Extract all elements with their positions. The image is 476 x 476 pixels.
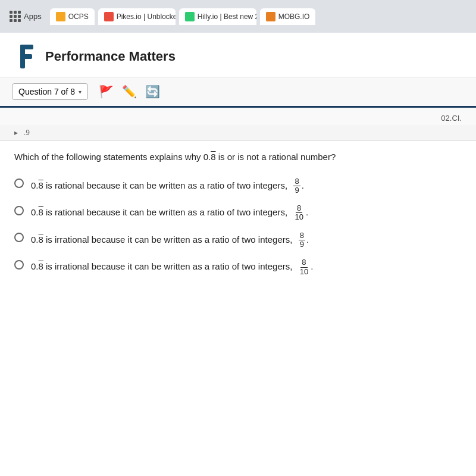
tab-mobg[interactable]: MOBG.IO — [260, 8, 316, 25]
fraction-d: 8 10 — [299, 258, 309, 276]
mobg-favicon — [266, 12, 275, 21]
pm-logo: Performance Matters — [18, 43, 176, 70]
apps-button[interactable]: Apps — [5, 8, 46, 24]
question-area: 02.CI. ▸ .9 Which of the following state… — [0, 108, 476, 476]
question-text: Which of the following statements explai… — [14, 151, 462, 164]
app-header: Performance Matters — [0, 33, 476, 77]
question-toolbar: Question 7 of 8 ▾ 🚩 ✏️ 🔄 — [0, 77, 476, 108]
option-c: 0.8 is irrational because it can be writ… — [14, 231, 462, 249]
tab-ocps-label: OCPS — [68, 12, 89, 21]
tab-pikes[interactable]: Pikes.io | Unblocke... — [98, 8, 176, 25]
option-c-text: 0.8 is irrational because it can be writ… — [31, 231, 309, 249]
browser-bar: Apps OCPS Pikes.io | Unblocke... Hilly.i… — [0, 0, 476, 33]
tab-hilly[interactable]: Hilly.io | Best new 2... — [179, 8, 256, 25]
option-a-text: 0.8 is rational because it can be writte… — [31, 177, 304, 195]
question-body: Which of the following statements explai… — [0, 141, 476, 288]
question-meta: 02.CI. — [0, 108, 476, 125]
tab-mobg-label: MOBG.IO — [278, 12, 310, 21]
radio-c[interactable] — [14, 233, 24, 242]
toolbar-icons: 🚩 ✏️ 🔄 — [99, 84, 160, 99]
tab-pikes-label: Pikes.io | Unblocke... — [117, 12, 176, 21]
radio-b[interactable] — [14, 206, 24, 215]
pikes-favicon — [104, 12, 114, 21]
refresh-icon[interactable]: 🔄 — [145, 84, 160, 99]
apps-label: Apps — [24, 12, 42, 21]
options-list: 0.8 is rational because it can be writte… — [14, 177, 462, 276]
option-a: 0.8 is rational because it can be writte… — [14, 177, 462, 195]
hilly-favicon — [185, 12, 195, 21]
radio-d[interactable] — [14, 260, 24, 270]
fraction-c: 8 9 — [299, 231, 305, 249]
question-selector[interactable]: Question 7 of 8 ▾ — [12, 83, 88, 100]
fraction-a: 8 9 — [293, 177, 300, 195]
svg-rect-2 — [20, 54, 32, 59]
question-selector-label: Question 7 of 8 — [18, 87, 75, 96]
pm-logo-icon — [18, 43, 39, 70]
tab-ocps[interactable]: OCPS — [50, 8, 95, 25]
tab-hilly-label: Hilly.io | Best new 2... — [198, 12, 256, 21]
scroll-indicator: ▸ .9 — [14, 129, 30, 137]
fraction-b: 8 10 — [293, 204, 304, 222]
option-d-text: 0.8 is irrational because it can be writ… — [31, 258, 313, 276]
apps-grid-icon — [10, 11, 21, 22]
svg-rect-1 — [20, 45, 33, 49]
app-title: Performance Matters — [45, 49, 176, 64]
pencil-icon[interactable]: ✏️ — [122, 84, 137, 99]
flag-icon[interactable]: 🚩 — [99, 84, 114, 99]
page: Performance Matters Question 7 of 8 ▾ 🚩 … — [0, 33, 476, 476]
question-counter-area: ▸ .9 — [0, 125, 476, 141]
overline-8: 8 — [211, 152, 215, 162]
option-b: 0.8 is rational because it can be writte… — [14, 204, 462, 222]
option-d: 0.8 is irrational because it can be writ… — [14, 258, 462, 276]
question-code: 02.CI. — [441, 114, 462, 123]
chevron-down-icon: ▾ — [79, 89, 82, 95]
radio-a[interactable] — [14, 178, 24, 188]
option-b-text: 0.8 is rational because it can be writte… — [31, 204, 308, 222]
ocps-favicon — [56, 12, 65, 21]
